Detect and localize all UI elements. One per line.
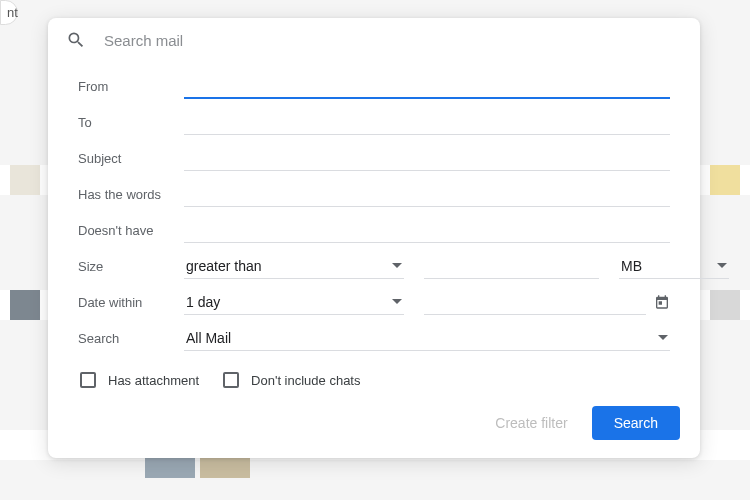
- calendar-icon[interactable]: [654, 294, 670, 310]
- chevron-down-icon: [658, 335, 668, 340]
- checkbox-box-icon: [223, 372, 239, 388]
- search-in-value: All Mail: [186, 330, 231, 346]
- size-label: Size: [78, 259, 184, 274]
- chevron-down-icon: [392, 263, 402, 268]
- size-unit-value: MB: [621, 258, 642, 274]
- to-input[interactable]: [184, 110, 670, 135]
- chevron-down-icon: [392, 299, 402, 304]
- has-words-label: Has the words: [78, 187, 184, 202]
- subject-label: Subject: [78, 151, 184, 166]
- checkbox-group: Has attachment Don't include chats: [78, 356, 670, 396]
- background-chip: nt: [0, 0, 18, 25]
- date-input[interactable]: [424, 290, 646, 315]
- to-label: To: [78, 115, 184, 130]
- has-attachment-checkbox[interactable]: Has attachment: [80, 372, 199, 388]
- doesnt-have-label: Doesn't have: [78, 223, 184, 238]
- color-swatch: [145, 458, 195, 478]
- color-swatch: [10, 165, 40, 195]
- create-filter-button[interactable]: Create filter: [495, 415, 567, 431]
- color-swatch: [10, 290, 40, 320]
- exclude-chats-checkbox[interactable]: Don't include chats: [223, 372, 360, 388]
- to-row: To: [78, 104, 670, 140]
- date-range-select[interactable]: 1 day: [184, 290, 404, 315]
- from-row: From: [78, 68, 670, 104]
- search-input[interactable]: [104, 32, 682, 49]
- date-within-row: Date within 1 day: [78, 284, 670, 320]
- from-label: From: [78, 79, 184, 94]
- date-within-label: Date within: [78, 295, 184, 310]
- subject-input[interactable]: [184, 146, 670, 171]
- search-icon: [66, 30, 86, 50]
- size-unit-select[interactable]: MB: [619, 254, 729, 279]
- from-input[interactable]: [184, 73, 670, 99]
- has-attachment-label: Has attachment: [108, 373, 199, 388]
- action-bar: Create filter Search: [48, 396, 700, 440]
- chevron-down-icon: [717, 263, 727, 268]
- date-range-value: 1 day: [186, 294, 220, 310]
- search-form: From To Subject Has the words Doesn't ha…: [48, 62, 700, 396]
- search-in-label: Search: [78, 331, 184, 346]
- color-swatch: [710, 165, 740, 195]
- search-button[interactable]: Search: [592, 406, 680, 440]
- has-words-row: Has the words: [78, 176, 670, 212]
- search-in-select[interactable]: All Mail: [184, 326, 670, 351]
- size-operator-value: greater than: [186, 258, 262, 274]
- size-row: Size greater than MB: [78, 248, 670, 284]
- checkbox-box-icon: [80, 372, 96, 388]
- search-in-row: Search All Mail: [78, 320, 670, 356]
- size-value-input[interactable]: [424, 254, 599, 279]
- color-swatch: [710, 290, 740, 320]
- search-bar: [48, 18, 700, 62]
- doesnt-have-input[interactable]: [184, 218, 670, 243]
- exclude-chats-label: Don't include chats: [251, 373, 360, 388]
- advanced-search-panel: From To Subject Has the words Doesn't ha…: [48, 18, 700, 458]
- size-operator-select[interactable]: greater than: [184, 254, 404, 279]
- color-swatch: [200, 458, 250, 478]
- subject-row: Subject: [78, 140, 670, 176]
- has-words-input[interactable]: [184, 182, 670, 207]
- doesnt-have-row: Doesn't have: [78, 212, 670, 248]
